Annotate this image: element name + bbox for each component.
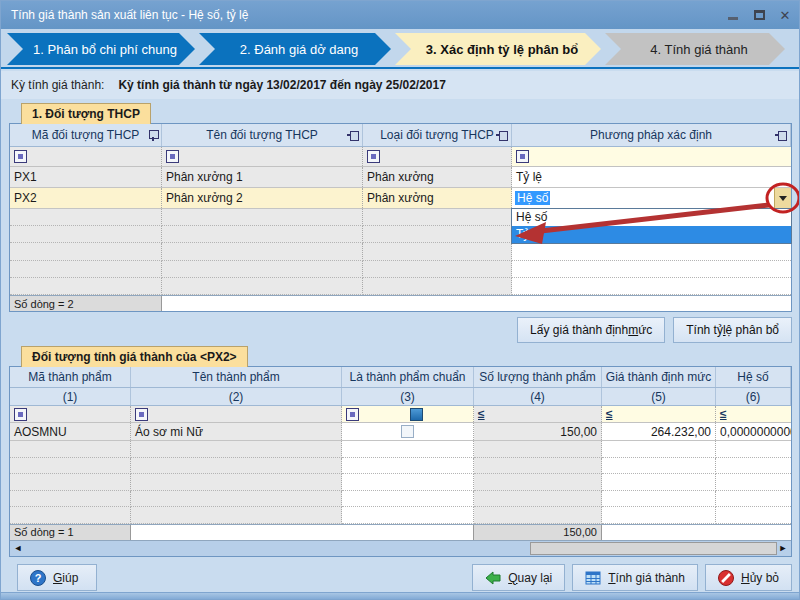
period-label: Kỳ tính giá thành: [1, 78, 104, 92]
thcp-footer-row: Số dòng = 2 [10, 295, 791, 311]
filter-icon[interactable] [14, 408, 27, 421]
dropdown-option-tyle[interactable]: Tỷ lệ [512, 226, 791, 243]
title-bar: Tính giá thành sản xuất liên tục - Hệ số… [1, 1, 800, 29]
column-header[interactable]: Hệ số [716, 367, 791, 387]
filter-cell[interactable] [131, 406, 342, 422]
wizard-steps: 1. Phân bổ chi phí chung 2. Đánh giá dở … [1, 29, 800, 69]
column-header[interactable]: Tên đối tượng THCP [162, 124, 363, 146]
column-header[interactable]: Mã thành phẩm [10, 367, 131, 387]
minimize-button[interactable] [725, 7, 741, 23]
method-edit-cell[interactable]: Hệ số [512, 188, 791, 208]
close-button[interactable]: ✕ [777, 7, 793, 23]
column-header[interactable]: Mã đối tượng THCP [10, 124, 162, 146]
column-header[interactable]: Phương pháp xác định [512, 124, 791, 146]
svg-text:?: ? [35, 572, 42, 584]
horizontal-scrollbar[interactable]: ◄ ► [10, 540, 791, 556]
filter-cell[interactable]: ≤ [474, 406, 602, 422]
product-coefficient[interactable]: 0,0000000000 [716, 423, 791, 440]
help-icon: ? [30, 570, 46, 586]
filter-icon[interactable] [14, 150, 27, 163]
filter-cell[interactable]: ≤ [602, 406, 716, 422]
edit-value: Hệ số [515, 191, 550, 205]
maximize-icon [754, 10, 765, 20]
wizard-step-2[interactable]: 2. Đánh giá dở dang [199, 33, 391, 65]
filter-icon[interactable] [367, 150, 380, 163]
products-footer-row: Số dòng = 1 150,00 [10, 524, 791, 540]
filter-operator-icon[interactable]: ≤ [720, 407, 727, 421]
calculate-cost-button[interactable]: Tính giá thành [572, 564, 698, 591]
filter-cell[interactable] [342, 406, 474, 422]
calculator-icon [585, 570, 601, 586]
quantity-total: 150,00 [474, 525, 602, 540]
back-arrow-icon [485, 570, 501, 586]
pin-icon[interactable] [149, 130, 157, 141]
filter-cell[interactable] [10, 147, 162, 166]
checkbox-unchecked-icon[interactable] [401, 425, 414, 438]
product-row-aosmnu[interactable]: AOSMNU Áo sơ mi Nữ 150,00 264.232,00 0,0… [10, 423, 791, 441]
scroll-right-arrow[interactable]: ► [775, 541, 791, 556]
filter-cell[interactable] [162, 147, 363, 166]
filter-cell[interactable] [512, 147, 791, 166]
minimize-icon [728, 17, 738, 20]
scroll-left-arrow[interactable]: ◄ [10, 541, 26, 556]
get-standard-cost-button[interactable]: Lấy giá thành định mức [517, 317, 665, 343]
scrollbar-thumb[interactable] [530, 542, 777, 555]
products-header-row: Mã thành phẩm Tên thành phẩm Là thành ph… [10, 367, 791, 388]
filter-icon[interactable] [135, 408, 148, 421]
product-quantity[interactable]: 150,00 [474, 423, 602, 440]
table-row-px1[interactable]: PX1 Phân xưởng 1 Phân xưởng Tỷ lệ [10, 167, 791, 188]
products-filter-row: ≤ ≤ ≤ [10, 406, 791, 423]
period-info-row: Kỳ tính giá thành: Kỳ tính giá thành từ … [1, 71, 800, 99]
product-name[interactable]: Áo sơ mi Nữ [131, 423, 342, 440]
column-header[interactable]: Loại đối tượng THCP [363, 124, 512, 146]
window-bottom-edge [1, 592, 800, 599]
dialog-window: Tính giá thành sản xuất liên tục - Hệ số… [0, 0, 800, 600]
period-value: Kỳ tính giá thành từ ngày 13/02/2017 đến… [104, 78, 446, 92]
method-dropdown-list: Hệ số Tỷ lệ [511, 208, 792, 244]
cancel-icon [718, 570, 734, 586]
calc-ratio-button[interactable]: Tính tỷ lệ phân bổ [673, 317, 792, 343]
bottom-button-bar: ? Giúp Quay lại Tính giá thành [1, 561, 800, 594]
filter-icon[interactable] [346, 408, 359, 421]
products-index-row: (1) (2) (3) (4) (5) (6) [10, 388, 791, 406]
pin-icon[interactable] [347, 131, 359, 139]
tab-cost-objects-px2[interactable]: Đối tượng tính giá thành của <PX2> [21, 346, 248, 367]
thcp-filter-row [10, 147, 791, 167]
thcp-header-row: Mã đối tượng THCP Tên đối tượng THCP Loạ… [10, 124, 791, 147]
filter-icon[interactable] [516, 150, 529, 163]
filter-cell[interactable] [363, 147, 512, 166]
wizard-step-3[interactable]: 3. Xác định tỷ lệ phân bổ [395, 33, 601, 65]
cancel-button[interactable]: Hủy bỏ [705, 564, 792, 591]
filter-cell[interactable] [10, 406, 131, 422]
checkbox-filter-icon[interactable] [410, 408, 423, 421]
column-header[interactable]: Giá thành định mức [602, 367, 716, 387]
dropdown-option-heso[interactable]: Hệ số [512, 209, 791, 226]
row-count: Số dòng = 2 [10, 296, 162, 311]
mid-button-bar: Lấy giá thành định mức Tính tỷ lệ phân b… [1, 317, 792, 345]
column-header[interactable]: Là thành phẩm chuẩn [342, 367, 474, 387]
tab-thcp-objects[interactable]: 1. Đối tượng THCP [21, 103, 151, 124]
product-standard-cost[interactable]: 264.232,00 [602, 423, 716, 440]
close-icon: ✕ [780, 8, 791, 23]
table-row-px2[interactable]: PX2 Phân xưởng 2 Phân xưởng Hệ số [10, 188, 791, 209]
product-code[interactable]: AOSMNU [10, 423, 131, 440]
column-header[interactable]: Số lượng thành phẩm [474, 367, 602, 387]
filter-icon[interactable] [166, 150, 179, 163]
dropdown-button[interactable] [774, 188, 791, 208]
column-header[interactable]: Tên thành phẩm [131, 367, 342, 387]
back-button[interactable]: Quay lại [472, 564, 565, 591]
window-title: Tính giá thành sản xuất liên tục - Hệ số… [1, 8, 248, 22]
pin-icon[interactable] [496, 131, 508, 139]
row-count: Số dòng = 1 [10, 525, 131, 540]
filter-operator-icon[interactable]: ≤ [478, 407, 485, 421]
pin-icon[interactable] [775, 131, 787, 139]
filter-cell[interactable]: ≤ [716, 406, 791, 422]
wizard-step-1[interactable]: 1. Phân bổ chi phí chung [7, 33, 195, 65]
products-table: Mã thành phẩm Tên thành phẩm Là thành ph… [9, 366, 792, 557]
help-button[interactable]: ? Giúp [17, 564, 97, 591]
wizard-step-4[interactable]: 4. Tính giá thành [605, 33, 785, 65]
standard-checkbox-cell[interactable] [342, 423, 474, 440]
maximize-button[interactable] [751, 7, 767, 23]
filter-operator-icon[interactable]: ≤ [606, 407, 613, 421]
